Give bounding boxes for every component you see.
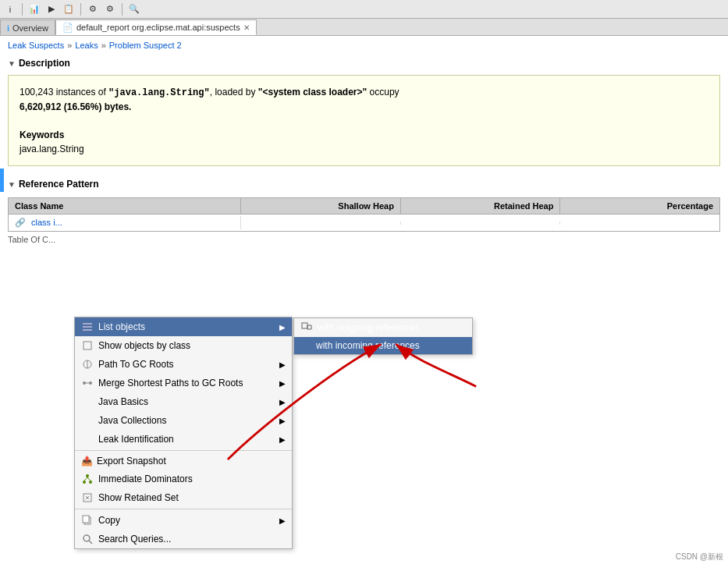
col-shallow-heap: Shallow Heap — [241, 198, 401, 214]
show-objects-icon — [81, 339, 94, 352]
svg-rect-3 — [302, 323, 307, 328]
export-snapshot-label: Export Snapshot — [97, 456, 166, 466]
leak-id-arrow-icon: ▶ — [279, 435, 286, 444]
class-cell[interactable]: 🔗 class i... — [9, 216, 241, 229]
merge-label: Merge Shortest Paths to GC Roots — [98, 378, 243, 388]
description-bytes: 6,620,912 (16.56%) bytes. — [20, 100, 708, 114]
description-triangle-icon: ▼ — [8, 59, 16, 68]
menu-item-java-collections[interactable]: Java Collections ▶ — [75, 411, 292, 430]
tab-overview[interactable]: i Overview — [0, 20, 55, 35]
list-objects-icon — [81, 321, 94, 333]
ref-pattern-triangle-icon: ▼ — [8, 180, 16, 189]
keywords-row: Keywords — [20, 128, 708, 142]
list-objects-arrow-icon: ▶ — [279, 323, 286, 332]
tab-report-icon: 📄 — [62, 23, 73, 33]
search-icon[interactable]: 🔍 — [127, 2, 141, 16]
menu-item-immediate-dominators[interactable]: Immediate Dominators — [75, 470, 292, 488]
svg-point-11 — [86, 474, 89, 477]
menu-item-search-queries[interactable]: Search Queries... — [75, 530, 292, 548]
svg-rect-20 — [83, 516, 89, 523]
search-queries-label: Search Queries... — [98, 534, 171, 544]
leak-id-label: Leak Identification — [98, 434, 174, 445]
toolbar-separator-2 — [80, 3, 81, 16]
menu-item-list-objects[interactable]: List objects ▶ with outgoing references … — [75, 317, 292, 336]
report-icon[interactable]: 📋 — [62, 2, 76, 16]
svg-rect-2 — [83, 329, 92, 331]
menu-item-java-basics[interactable]: Java Basics ▶ — [75, 392, 292, 411]
menu-sep-1 — [75, 450, 292, 451]
svg-line-22 — [89, 541, 92, 544]
menu-item-leak-identification[interactable]: Leak Identification ▶ — [75, 430, 292, 449]
submenu-with-outgoing[interactable]: with outgoing references — [294, 318, 472, 337]
gear2-icon[interactable]: ⚙ — [103, 2, 117, 16]
svg-line-14 — [84, 477, 87, 481]
status-bar: CSDN @新根 — [671, 550, 728, 564]
path-gc-arrow-icon: ▶ — [279, 360, 286, 369]
col-retained-heap: Retained Heap — [401, 198, 561, 214]
desc-class: "java.lang.String" — [108, 87, 210, 98]
java-collections-arrow-icon: ▶ — [279, 417, 286, 425]
percentage-cell — [560, 222, 719, 225]
tab-close-button[interactable]: ✕ — [243, 23, 250, 32]
main-content: Leak Suspects » Leaks » Problem Suspect … — [0, 36, 728, 564]
path-gc-label: Path To GC Roots — [98, 359, 174, 370]
debug-icon[interactable]: ▶ — [44, 2, 59, 16]
description-label: Description — [19, 58, 70, 69]
breadcrumb-sep-1: » — [67, 41, 72, 50]
toolbar-separator-1 — [22, 3, 23, 16]
immediate-dominators-label: Immediate Dominators — [98, 474, 193, 484]
svg-line-15 — [87, 477, 91, 481]
breadcrumb-sep-2: » — [101, 41, 106, 50]
svg-point-21 — [83, 535, 90, 541]
chart-icon[interactable]: 📊 — [27, 2, 41, 16]
desc-pre: 100,243 instances of — [20, 87, 108, 98]
toolbar: i 📊 ▶ 📋 ⚙ ⚙ 🔍 — [0, 0, 728, 19]
retained-set-icon — [81, 491, 94, 504]
desc-mid: , loaded by — [210, 87, 258, 98]
export-snapshot-icon: 📤 — [81, 456, 92, 466]
gear-icon[interactable]: ⚙ — [86, 2, 100, 16]
menu-item-path-to-gc[interactable]: Path To GC Roots ▶ — [75, 355, 292, 374]
merge-arrow-icon: ▶ — [279, 379, 286, 388]
table-row[interactable]: 🔗 class i... — [9, 215, 719, 231]
java-collections-label: Java Collections — [98, 415, 166, 426]
list-objects-label: List objects — [98, 321, 145, 332]
tab-overview-label: Overview — [12, 23, 48, 33]
menu-item-show-retained-set[interactable]: Show Retained Set — [75, 488, 292, 507]
info-icon: i — [3, 2, 17, 16]
keywords-label: Keywords — [20, 129, 64, 140]
submenu-outgoing-label: with outgoing references — [318, 322, 420, 333]
toolbar-separator-3 — [122, 3, 123, 16]
menu-item-show-objects-by-class[interactable]: Show objects by class — [75, 336, 292, 355]
context-menu: List objects ▶ with outgoing references … — [74, 317, 293, 549]
java-basics-arrow-icon: ▶ — [279, 398, 286, 406]
menu-item-merge-shortest[interactable]: Merge Shortest Paths to GC Roots ▶ — [75, 374, 292, 392]
reference-table: Class Name Shallow Heap Retained Heap Pe… — [8, 197, 720, 232]
svg-point-8 — [83, 381, 86, 385]
tab-default-report[interactable]: 📄 default_report org.eclipse.mat.api:sus… — [55, 20, 257, 35]
breadcrumb-leaks[interactable]: Leaks — [75, 41, 98, 50]
submenu-incoming-label: with incoming references — [316, 340, 420, 351]
outgoing-icon — [300, 321, 313, 334]
menu-item-copy[interactable]: Copy ▶ — [75, 511, 292, 530]
description-text: 100,243 instances of "java.lang.String",… — [20, 85, 708, 100]
svg-rect-5 — [83, 342, 91, 349]
reference-pattern-header: ▼ Reference Pattern — [0, 174, 728, 194]
breadcrumb-leak-suspects[interactable]: Leak Suspects — [8, 41, 64, 50]
shallow-heap-cell — [241, 222, 401, 225]
path-gc-icon — [81, 358, 94, 371]
breadcrumb-problem-suspect[interactable]: Problem Suspect 2 — [109, 41, 182, 50]
svg-rect-1 — [83, 326, 92, 328]
svg-point-9 — [89, 381, 92, 385]
java-collections-icon — [81, 414, 94, 427]
tabbar: i Overview 📄 default_report org.eclipse.… — [0, 19, 728, 36]
table-of-c-link[interactable]: Table Of C... — [0, 232, 63, 247]
menu-item-export-snapshot[interactable]: 📤 Export Snapshot — [75, 452, 292, 470]
tab-report-label: default_report org.eclipse.mat.api:suspe… — [76, 23, 240, 32]
submenu-with-incoming[interactable]: ✔ with incoming references — [294, 337, 472, 354]
tab-overview-icon: i — [7, 23, 9, 33]
show-retained-set-label: Show Retained Set — [98, 492, 179, 503]
svg-point-13 — [89, 481, 92, 484]
ref-pattern-label: Reference Pattern — [19, 179, 99, 190]
incoming-check-icon: ✔ — [300, 340, 311, 351]
